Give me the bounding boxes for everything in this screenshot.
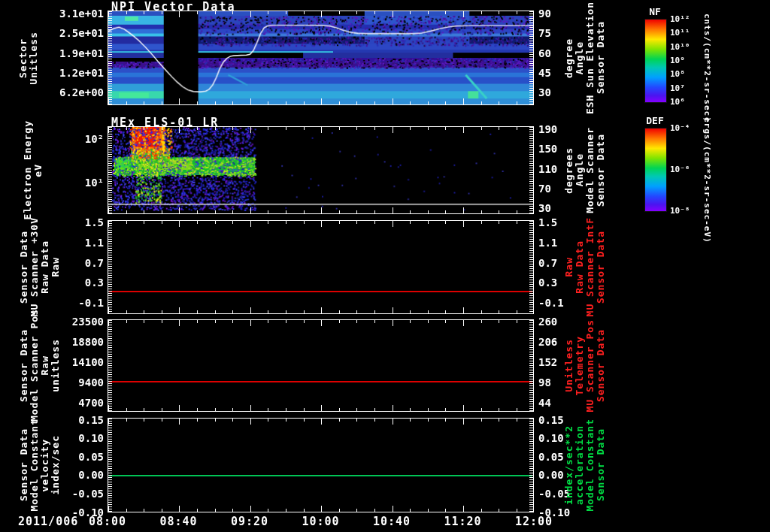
panel-5-right-ylabel-line: Sensor Data — [596, 428, 606, 501]
panel-4-data-line — [109, 381, 532, 382]
panel-3-ylabel: Sensor DataMU Scanner +30VRaw DataRaw — [20, 220, 60, 314]
panel-4-bottom-ticks — [108, 405, 533, 411]
panel-1-right-ylabel-line: Angle — [574, 41, 585, 74]
time-tick-label: 10:40 — [365, 515, 418, 528]
panel-2-ytick-label: 10² — [44, 133, 104, 145]
nf-colorbar-tick: 10⁶ — [670, 97, 685, 107]
panel-3-right-ylabel-line: Raw Data — [574, 240, 585, 294]
panel-1-title: NPI Vector Data — [111, 0, 235, 14]
panel-1-ytick-label: 1.2e+01 — [44, 67, 104, 79]
panel-5-ylabel-line: Sensor Data — [19, 428, 29, 501]
panel-4-right-axis-ticks — [529, 320, 533, 411]
panel-5-ylabel-line: index/sec — [50, 435, 61, 494]
panel-2-right-ylabel-line: Angle — [574, 153, 585, 186]
panel-4-right-ylabel: Sensor DataMU Scanner PosTelemetryUnitle… — [562, 319, 608, 412]
def-colorbar-name: DEF — [644, 115, 666, 126]
panel-4-top-ticks — [108, 320, 533, 323]
panel-3-right-ylabel-line: Sensor Data — [596, 231, 606, 304]
panel-2-plot-area — [108, 126, 534, 214]
time-tick-label: 12:00 — [508, 515, 560, 528]
panel-2-ylabel-line: Electron Energy — [23, 120, 33, 219]
def-colorbar-units: ergs/(cm**2-sr-sec-eV) — [698, 120, 716, 240]
panel-3-right-ylabel-line: Raw — [564, 257, 574, 277]
panel-1-ytick-label: 1.9e+01 — [44, 47, 104, 59]
panel-3-ylabel-line: Sensor Data — [19, 231, 29, 304]
time-tick-label: 11:20 — [437, 515, 490, 528]
panel-4-right-ylabel-line: Sensor Data — [596, 329, 606, 402]
time-tick-label: 08:40 — [153, 515, 205, 528]
nf-colorbar-units: cnts/(cm**2-sr-sec) — [698, 11, 716, 124]
panel-3-plot-area — [108, 220, 534, 314]
panel-3-ylabel-line: Raw — [50, 257, 61, 277]
panel-5-content — [108, 419, 533, 512]
panel-1-ytick-label: 6.2e+00 — [44, 86, 104, 98]
nf-colorbar — [644, 19, 667, 103]
panel-2-right-ylabel: Sensor DataModel ScannerAngledegrees — [562, 126, 608, 214]
panel-1-ytick-label: 2.5e+01 — [44, 27, 104, 39]
panel-5-bottom-ticks — [108, 509, 533, 512]
panel-1-ylabel: SectorUnitless — [11, 11, 47, 105]
panel-3-right-ylabel: Sensor DataMU Scanner IntFRaw DataRaw — [562, 220, 608, 314]
panel-3-ylabel-line: Raw Data — [40, 240, 50, 294]
plot-tool-screen: NPI Vector Data3.1e+012.5e+011.9e+011.2e… — [0, 0, 770, 532]
panel-4-left-axis-ticks — [108, 320, 112, 411]
nf-colorbar-tick: 10⁹ — [670, 56, 685, 65]
panel-5-left-axis-ticks — [108, 419, 112, 512]
panel-1-spectrogram — [108, 11, 533, 104]
panel-4-ylabel: Sensor DataModel Scanner PosRawunitless — [20, 319, 60, 412]
panel-5-right-ylabel-line: acceleration — [574, 425, 585, 505]
panel-3-bottom-ticks — [108, 310, 533, 313]
panel-2-ylabel-line: eV — [33, 164, 44, 177]
time-tick-label: 08:00 — [81, 515, 134, 528]
panel-3-top-ticks — [108, 221, 533, 227]
panel-5-top-ticks — [108, 419, 533, 422]
panel-5-bottom-ticks — [108, 506, 533, 512]
panel-3-right-axis-ticks — [529, 221, 533, 313]
nf-colorbar-units-text: cnts/(cm**2-sr-sec) — [702, 14, 712, 122]
panel-4-top-ticks — [108, 320, 533, 326]
def-colorbar-tick: 10⁻⁸ — [670, 206, 690, 216]
def-colorbar — [644, 128, 667, 212]
panel-4-ylabel-line: Sensor Data — [19, 329, 29, 402]
panel-3-right-ylabel-line: MU Scanner IntF — [585, 217, 596, 316]
panel-4-right-ylabel-line: MU Scanner Pos — [585, 319, 596, 413]
panel-1-right-ylabel-line: degree — [564, 38, 574, 78]
panel-4-content — [108, 320, 533, 411]
panel-1-right-ylabel: Sensor DataESH Sun ElevationAngledegree — [562, 11, 608, 105]
panel-2-ylabel: Electron EnergyeV — [17, 126, 50, 214]
panel-3-bottom-ticks — [108, 307, 533, 313]
panel-1-right-ylabel-line: ESH Sun Elevation — [585, 2, 596, 114]
nf-colorbar-tick: 10⁷ — [670, 83, 685, 93]
panel-4-right-ylabel-line: Unitless — [564, 339, 574, 392]
panel-2-content — [108, 127, 533, 213]
panel-2-title: MEx ELS-01 LR — [111, 116, 219, 129]
panel-5-plot-area — [108, 418, 534, 512]
def-colorbar-units-text: ergs/(cm**2-sr-sec-eV) — [702, 117, 712, 243]
panel-5-right-axis-ticks — [529, 419, 533, 512]
panel-1-plot-area — [108, 11, 534, 105]
panel-1-ytick-label: 3.1e+01 — [44, 8, 104, 20]
panel-1-right-ylabel-line: Sensor Data — [596, 21, 606, 94]
panel-2-right-ylabel-line: Sensor Data — [596, 134, 606, 207]
panel-5-ylabel: Sensor DataModel Constantvelocityindex/s… — [20, 418, 60, 512]
def-colorbar-tick: 10⁻⁴ — [670, 123, 690, 133]
nf-colorbar-tick: 10¹¹ — [670, 28, 690, 38]
panel-2-ytick-label: 10¹ — [44, 177, 104, 189]
panel-5-right-ylabel: Sensor DataModel Constantaccelerationind… — [562, 418, 608, 512]
panel-5-right-ylabel-line: index/sec**2 — [564, 425, 574, 505]
panel-1-ylabel-line: Unitless — [29, 32, 39, 85]
panel-2-spectrogram — [108, 127, 533, 213]
panel-4-plot-area — [108, 319, 534, 412]
time-tick-label: 10:00 — [295, 515, 347, 528]
panel-5-ylabel-line: Model Constant — [29, 419, 40, 512]
date-label: 2011/006 — [18, 515, 78, 528]
panel-4-bottom-ticks — [108, 408, 533, 411]
panel-2-right-ylabel-line: degrees — [564, 147, 574, 194]
panel-4-ylabel-line: Model Scanner Pos — [29, 309, 40, 422]
panel-3-ylabel-line: MU Scanner +30V — [29, 217, 40, 316]
panel-4-ylabel-line: unitless — [50, 339, 61, 392]
panel-3-content — [108, 221, 533, 313]
time-tick-label: 09:20 — [223, 515, 276, 528]
panel-5-top-ticks — [108, 419, 533, 425]
nf-colorbar-tick: 10⁸ — [670, 69, 685, 79]
